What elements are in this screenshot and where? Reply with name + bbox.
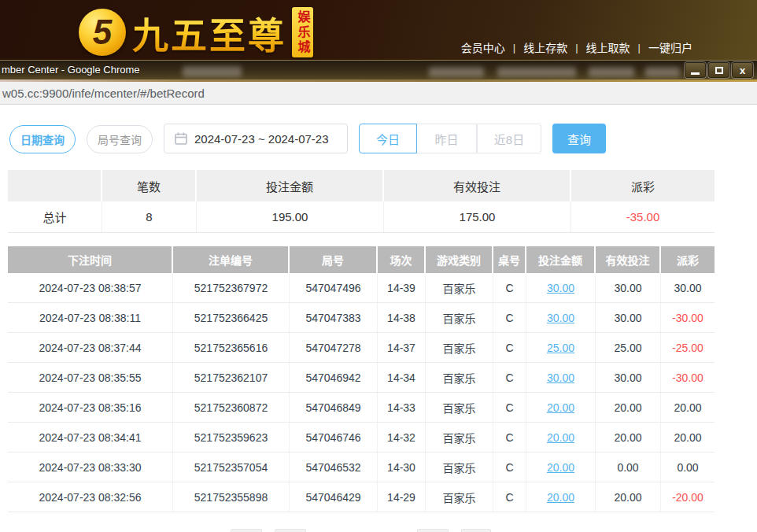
cell-bet-id: 521752362107 [173, 363, 290, 392]
cell-valid: 30.00 [596, 303, 661, 332]
url-bar[interactable]: w05.cc:9900/infe/mcenter/#/betRecord [0, 82, 757, 105]
site-logo: 5 九五至尊 娱乐城 [79, 6, 313, 58]
date-query-tab[interactable]: 日期查询 [9, 125, 76, 153]
table-row: 2024-07-23 08:37:44521752365616547047278… [8, 333, 715, 363]
summary-header-count: 笔数 [102, 170, 197, 201]
pagination-button[interactable] [417, 529, 449, 532]
bet-amount-link[interactable]: 20.00 [547, 491, 574, 504]
quick-date-button-group: 今日 昨日 近8日 [359, 124, 541, 153]
minimize-button[interactable] [685, 62, 706, 78]
window-controls: x [685, 62, 753, 78]
cell-game: 百家乐 [426, 363, 493, 392]
cell-valid: 20.00 [596, 482, 661, 512]
blurred-text [497, 67, 576, 77]
summary-total-row: 总计 8 195.00 175.00 -35.00 [8, 201, 715, 233]
cell-amount: 20.00 [526, 482, 596, 512]
bet-table-header-cell: 投注金额 [526, 246, 596, 273]
summary-valid-bet-value: 175.00 [384, 201, 571, 232]
cell-session: 14-38 [378, 303, 426, 332]
cell-time: 2024-07-23 08:35:16 [8, 393, 173, 422]
table-row: 2024-07-23 08:33:30521752357054547046532… [8, 453, 715, 482]
cell-session: 14-33 [378, 393, 426, 422]
logo-badge: 娱乐城 [292, 7, 313, 57]
bet-table-header-cell: 游戏类别 [426, 246, 493, 273]
date-range-value: 2024-07-23 ~ 2024-07-23 [194, 132, 329, 146]
nav-link-deposit[interactable]: 线上存款 [523, 39, 567, 55]
cell-table-no: C [493, 363, 526, 392]
summary-bet-amount-value: 195.00 [197, 201, 384, 232]
blurred-text [589, 67, 634, 77]
table-row: 2024-07-23 08:35:16521752360872547046849… [8, 393, 715, 423]
cell-amount: 30.00 [526, 303, 596, 332]
table-row: 2024-07-23 08:38:57521752367972547047496… [8, 273, 715, 303]
table-row: 2024-07-23 08:32:56521752355898547046429… [8, 482, 715, 512]
close-button[interactable]: x [732, 62, 753, 78]
cell-amount: 20.00 [526, 453, 596, 482]
summary-total-label: 总计 [8, 201, 102, 232]
cell-round-id: 547046746 [290, 423, 378, 452]
url-text: w05.cc:9900/infe/mcenter/#/betRecord [2, 87, 205, 100]
cell-valid: 30.00 [596, 273, 661, 302]
maximize-icon [715, 67, 723, 74]
round-query-tab[interactable]: 局号查询 [87, 125, 153, 153]
maximize-button[interactable] [708, 62, 729, 78]
cell-session: 14-37 [378, 333, 426, 362]
cell-payout: 20.00 [661, 423, 715, 452]
summary-header-row: 笔数 投注金额 有效投注 派彩 [8, 170, 715, 201]
today-button[interactable]: 今日 [359, 124, 417, 153]
cell-bet-id: 521752367972 [173, 273, 290, 302]
nav-separator: | [513, 42, 515, 54]
bet-table-header-cell: 注单编号 [173, 246, 290, 273]
cell-table-no: C [493, 423, 526, 452]
cell-game: 百家乐 [426, 453, 493, 482]
close-icon: x [740, 65, 745, 76]
bet-amount-link[interactable]: 20.00 [547, 401, 574, 414]
cell-session: 14-29 [378, 482, 426, 512]
bet-amount-link[interactable]: 30.00 [547, 282, 574, 294]
pagination-button[interactable] [275, 529, 306, 532]
bet-record-table: 下注时间注单编号局号场次游戏类别桌号投注金额有效投注派彩 2024-07-23 … [8, 246, 715, 512]
bet-amount-link[interactable]: 25.00 [547, 342, 574, 354]
cell-amount: 20.00 [526, 423, 596, 452]
cell-valid: 20.00 [596, 423, 661, 452]
cell-valid: 25.00 [596, 333, 661, 362]
cell-time: 2024-07-23 08:37:44 [8, 333, 173, 362]
bet-table-rows: 2024-07-23 08:38:57521752367972547047496… [8, 273, 715, 512]
cell-amount: 30.00 [526, 273, 596, 302]
nav-link-withdraw[interactable]: 线上取款 [586, 39, 630, 55]
pagination-button[interactable] [461, 529, 491, 532]
cell-table-no: C [493, 273, 526, 302]
yesterday-button[interactable]: 昨日 [417, 124, 477, 153]
summary-header-payout: 派彩 [571, 170, 715, 201]
cell-amount: 20.00 [526, 393, 596, 422]
cell-time: 2024-07-23 08:35:55 [8, 363, 173, 392]
cell-amount: 30.00 [526, 363, 596, 392]
cell-round-id: 547046429 [290, 482, 378, 512]
cell-game: 百家乐 [426, 393, 493, 422]
bet-amount-link[interactable]: 20.00 [547, 461, 574, 474]
cell-table-no: C [493, 303, 526, 332]
cell-game: 百家乐 [426, 482, 493, 512]
cell-round-id: 547046942 [290, 363, 378, 392]
calendar-icon [175, 132, 187, 145]
cell-payout: 20.00 [661, 393, 715, 422]
banner-nav: 会员中心 | 线上存款 | 线上取款 | 一键归户 [461, 39, 692, 55]
bet-amount-link[interactable]: 30.00 [547, 312, 574, 324]
last-8-days-button[interactable]: 近8日 [477, 124, 541, 153]
summary-header-bet-amount: 投注金额 [197, 170, 384, 201]
search-button[interactable]: 查询 [552, 124, 606, 153]
cell-payout: -30.00 [661, 363, 715, 392]
bet-table-header-cell: 局号 [290, 246, 378, 273]
bet-table-header: 下注时间注单编号局号场次游戏类别桌号投注金额有效投注派彩 [8, 246, 715, 273]
date-range-input[interactable]: 2024-07-23 ~ 2024-07-23 [164, 124, 348, 153]
cell-game: 百家乐 [426, 333, 493, 362]
nav-link-member-center[interactable]: 会员中心 [461, 39, 505, 55]
site-banner: 5 九五至尊 娱乐城 会员中心 | 线上存款 | 线上取款 | 一键归户 [0, 0, 757, 60]
nav-link-one-click-transfer[interactable]: 一键归户 [648, 39, 692, 55]
bet-table-header-cell: 派彩 [661, 246, 715, 273]
bet-amount-link[interactable]: 20.00 [547, 431, 574, 444]
cell-time: 2024-07-23 08:34:41 [8, 423, 173, 452]
bet-amount-link[interactable]: 30.00 [547, 371, 574, 384]
blurred-text [429, 67, 484, 77]
pagination-button[interactable] [231, 529, 262, 532]
